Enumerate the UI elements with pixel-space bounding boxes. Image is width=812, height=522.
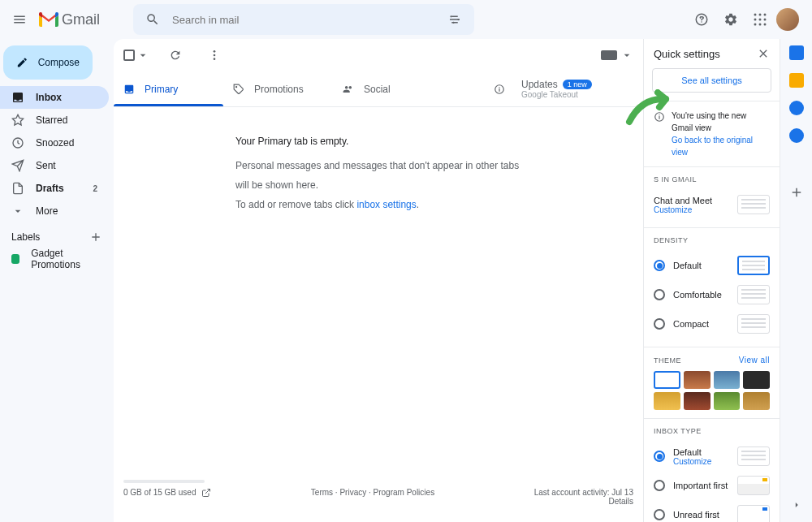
add-app-icon[interactable] — [789, 185, 804, 200]
theme-tile[interactable] — [714, 392, 741, 410]
svg-point-9 — [764, 19, 767, 21]
theme-tile[interactable] — [654, 371, 680, 389]
support-icon[interactable] — [689, 6, 715, 32]
input-tools-button[interactable] — [601, 50, 617, 60]
activity-info: Last account activity: Jul 13 Details — [534, 488, 633, 506]
density-comfortable[interactable]: Comfortable — [654, 280, 770, 309]
apps-grid-icon[interactable] — [747, 6, 773, 32]
theme-tile[interactable] — [684, 371, 710, 389]
density-default[interactable]: Default — [654, 251, 770, 280]
radio-icon — [654, 509, 665, 520]
header-actions — [689, 6, 806, 32]
inbox-type-default[interactable]: Default Customize — [654, 442, 770, 471]
policies-link[interactable]: Program Policies — [374, 488, 435, 497]
settings-icon[interactable] — [718, 6, 744, 32]
more-button[interactable] — [201, 42, 227, 68]
search-options-icon[interactable] — [442, 6, 468, 32]
terms-link[interactable]: Terms — [311, 488, 333, 497]
send-icon — [11, 159, 24, 172]
preview-thumbnail — [737, 285, 770, 304]
chevron-down-icon — [11, 205, 24, 218]
svg-point-0 — [450, 15, 451, 17]
tag-icon — [233, 84, 244, 95]
info-icon[interactable] — [494, 84, 505, 95]
account-avatar[interactable] — [776, 8, 799, 31]
tasks-app-icon[interactable] — [789, 101, 804, 115]
inbox-icon — [11, 91, 24, 104]
preview-thumbnail — [737, 256, 770, 275]
category-tabs: Primary Promotions Social Updates 1 new … — [114, 71, 643, 107]
keep-app-icon[interactable] — [789, 73, 804, 88]
nav-snoozed[interactable]: Snoozed — [0, 132, 109, 154]
inbox-icon — [123, 84, 135, 95]
inbox-type-section: INBOX TYPE Default Customize Important f… — [644, 418, 780, 522]
svg-point-16 — [214, 58, 216, 60]
settings-header: Quick settings — [644, 39, 780, 68]
nav-drafts[interactable]: Drafts 2 — [0, 177, 109, 200]
tab-updates[interactable]: Updates 1 new Google Takeout — [512, 79, 633, 99]
theme-tile[interactable] — [684, 392, 710, 410]
calendar-app-icon[interactable] — [789, 45, 804, 60]
tab-promotions[interactable]: Promotions — [223, 71, 333, 106]
add-label-icon[interactable] — [89, 231, 102, 244]
tab-primary[interactable]: Primary — [114, 71, 223, 106]
main-menu-button[interactable] — [6, 6, 32, 32]
see-all-settings-button[interactable]: See all settings — [652, 68, 771, 93]
preview-thumbnail — [737, 314, 770, 334]
new-badge: 1 new — [563, 80, 592, 89]
refresh-button[interactable] — [162, 42, 188, 68]
label-item[interactable]: Gadget Promotions — [0, 248, 114, 270]
gmail-logo[interactable]: Gmail — [39, 11, 120, 28]
svg-point-2 — [452, 22, 454, 24]
collapse-panel-icon[interactable] — [791, 499, 802, 511]
select-all[interactable] — [123, 49, 149, 62]
theme-grid — [654, 371, 770, 410]
svg-point-6 — [764, 14, 767, 16]
nav-more[interactable]: More — [0, 200, 109, 222]
search-input[interactable] — [166, 14, 442, 26]
radio-icon — [654, 480, 665, 491]
density-compact[interactable]: Compact — [654, 309, 770, 339]
inbox-settings-link[interactable]: inbox settings — [356, 199, 416, 210]
nav-sent[interactable]: Sent — [0, 154, 109, 177]
compose-button[interactable]: Compose — [3, 45, 93, 80]
theme-tile[interactable] — [743, 371, 770, 389]
customize-link[interactable]: Customize — [673, 457, 729, 466]
theme-tile[interactable] — [714, 371, 741, 389]
search-icon[interactable] — [140, 6, 166, 32]
storage-text: 0 GB of 15 GB used — [123, 488, 211, 506]
radio-icon — [654, 451, 665, 462]
inbox-type-important[interactable]: Important first — [654, 471, 770, 500]
label-color-icon — [11, 254, 19, 264]
close-icon[interactable] — [757, 47, 770, 60]
view-all-themes-link[interactable]: View all — [739, 356, 770, 365]
theme-tile[interactable] — [743, 392, 770, 410]
storage-bar — [123, 480, 205, 483]
apps-section: S IN GMAIL Chat and Meet Customize — [644, 166, 780, 227]
svg-point-8 — [759, 19, 762, 21]
go-back-link[interactable]: Go back to the original view — [672, 134, 770, 158]
svg-point-12 — [764, 24, 767, 26]
svg-point-10 — [754, 24, 757, 26]
svg-point-11 — [759, 24, 762, 26]
details-link[interactable]: Details — [534, 497, 633, 506]
contacts-app-icon[interactable] — [789, 128, 804, 143]
empty-line2: To add or remove tabs click inbox settin… — [235, 195, 521, 214]
nav-inbox[interactable]: Inbox — [0, 86, 109, 109]
footer-links: Terms · Privacy · Program Policies — [311, 488, 434, 506]
empty-state: Your Primary tab is empty. Personal mess… — [114, 107, 643, 239]
header: Gmail — [0, 0, 812, 39]
empty-title: Your Primary tab is empty. — [235, 132, 521, 151]
svg-point-7 — [754, 19, 757, 21]
tab-social[interactable]: Social — [333, 71, 443, 106]
theme-tile[interactable] — [654, 392, 680, 410]
customize-link[interactable]: Customize — [654, 205, 729, 214]
inbox-type-unread[interactable]: Unread first — [654, 500, 770, 522]
radio-icon — [654, 318, 665, 330]
privacy-link[interactable]: Privacy — [339, 488, 366, 497]
external-link-icon[interactable] — [201, 488, 211, 498]
dropdown-icon[interactable] — [620, 49, 633, 62]
nav-starred[interactable]: Starred — [0, 109, 109, 132]
search-bar[interactable] — [133, 4, 474, 35]
empty-line1: Personal messages and messages that don'… — [235, 156, 521, 195]
